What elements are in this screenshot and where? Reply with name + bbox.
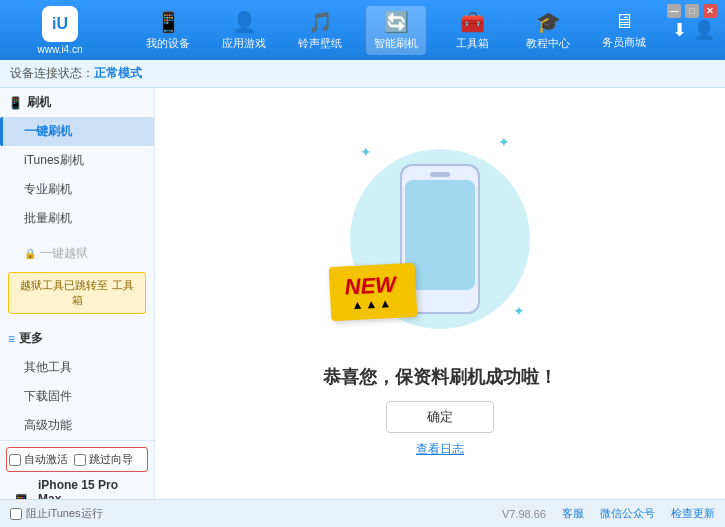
sidebar-jailbreak-disabled: 🔒 一键越狱 bbox=[0, 239, 154, 268]
phone-illustration: ✦ ✦ ✦ NEW ▲ ▲ ▲ bbox=[340, 129, 540, 349]
arrow-icon-1: ▲ bbox=[351, 298, 364, 313]
nav-tutorial-label: 教程中心 bbox=[526, 36, 570, 51]
nav-toolbox-label: 工具箱 bbox=[456, 36, 489, 51]
subheader-mode: 正常模式 bbox=[94, 65, 142, 82]
logo-sub: www.i4.cn bbox=[37, 44, 82, 55]
subheader: 设备连接状态： 正常模式 bbox=[0, 60, 725, 88]
device-name: iPhone 15 Pro Max bbox=[38, 478, 144, 499]
more-section-icon: ≡ bbox=[8, 332, 15, 346]
device-icon: 📱 bbox=[10, 493, 32, 499]
check-update-link[interactable]: 检查更新 bbox=[671, 506, 715, 521]
device-info: 📱 iPhone 15 Pro Max 512GB iPhone bbox=[6, 472, 148, 499]
nav-toolbox[interactable]: 🧰 工具箱 bbox=[442, 6, 502, 55]
auto-guide-input[interactable] bbox=[74, 454, 86, 466]
logo-icon: iU bbox=[42, 6, 78, 42]
nav-bar: 📱 我的设备 👤 应用游戏 🎵 铃声壁纸 🔄 智能刷机 🧰 工具箱 🎓 教程中心… bbox=[120, 0, 672, 60]
nav-business-label: 务员商城 bbox=[602, 35, 646, 50]
flash-section-icon: 📱 bbox=[8, 96, 23, 110]
phone-screen bbox=[405, 180, 475, 290]
sidebar-item-batch-flash[interactable]: 批量刷机 bbox=[0, 204, 154, 233]
auto-activate-input[interactable] bbox=[9, 454, 21, 466]
footer-left: 阻止iTunes运行 bbox=[10, 506, 103, 521]
nav-apps-games[interactable]: 👤 应用游戏 bbox=[214, 6, 274, 55]
maximize-button[interactable]: □ bbox=[685, 4, 699, 18]
sidebar-item-advanced[interactable]: 高级功能 bbox=[0, 411, 154, 440]
minimize-button[interactable]: — bbox=[667, 4, 681, 18]
ringtone-icon: 🎵 bbox=[308, 10, 333, 34]
sidebar-item-pro-flash[interactable]: 专业刷机 bbox=[0, 175, 154, 204]
smart-flash-icon: 🔄 bbox=[384, 10, 409, 34]
tutorial-icon: 🎓 bbox=[536, 10, 561, 34]
new-banner-arrows: ▲ ▲ ▲ bbox=[345, 296, 397, 313]
new-banner: NEW ▲ ▲ ▲ bbox=[329, 263, 418, 321]
header-right: ⬇ 👤 bbox=[672, 19, 725, 41]
download-button[interactable]: ⬇ bbox=[672, 19, 687, 41]
subheader-prefix: 设备连接状态： bbox=[10, 65, 94, 82]
auto-guide-checkbox[interactable]: 跳过向导 bbox=[74, 452, 133, 467]
phone-notch bbox=[430, 172, 450, 177]
version-label: V7.98.66 bbox=[502, 508, 546, 520]
arrow-icon-2: ▲ bbox=[365, 297, 378, 312]
sparkle-icon-1: ✦ bbox=[360, 144, 372, 160]
header: iU www.i4.cn 📱 我的设备 👤 应用游戏 🎵 铃声壁纸 🔄 智能刷机… bbox=[0, 0, 725, 60]
logo-area: iU www.i4.cn bbox=[0, 0, 120, 60]
nav-my-device-label: 我的设备 bbox=[146, 36, 190, 51]
nav-ringtone[interactable]: 🎵 铃声壁纸 bbox=[290, 6, 350, 55]
arrow-icon-3: ▲ bbox=[379, 296, 392, 311]
sidebar-bottom: 自动激活 跳过向导 📱 iPhone 15 Pro Max 512GB iPho… bbox=[0, 440, 154, 499]
close-button[interactable]: ✕ bbox=[703, 4, 717, 18]
success-message: 恭喜您，保资料刷机成功啦！ bbox=[323, 365, 557, 389]
footer: 阻止iTunes运行 V7.98.66 客服 微信公众号 检查更新 bbox=[0, 499, 725, 527]
sidebar: 📱 刷机 一键刷机 iTunes刷机 专业刷机 批量刷机 🔒 一键越狱 越狱工具… bbox=[0, 88, 155, 499]
confirm-button[interactable]: 确定 bbox=[386, 401, 494, 433]
stop-itunes-checkbox[interactable] bbox=[10, 508, 22, 520]
sidebar-item-other-tools[interactable]: 其他工具 bbox=[0, 353, 154, 382]
nav-my-device[interactable]: 📱 我的设备 bbox=[138, 6, 198, 55]
nav-smart-flash[interactable]: 🔄 智能刷机 bbox=[366, 6, 426, 55]
auto-actions-box: 自动激活 跳过向导 bbox=[6, 447, 148, 472]
device-details: iPhone 15 Pro Max 512GB iPhone bbox=[38, 478, 144, 499]
view-log-link[interactable]: 查看日志 bbox=[416, 441, 464, 458]
window-controls: — □ ✕ bbox=[667, 4, 717, 18]
nav-apps-label: 应用游戏 bbox=[222, 36, 266, 51]
main-layout: 📱 刷机 一键刷机 iTunes刷机 专业刷机 批量刷机 🔒 一键越狱 越狱工具… bbox=[0, 88, 725, 499]
sidebar-item-itunes-flash[interactable]: iTunes刷机 bbox=[0, 146, 154, 175]
lock-icon: 🔒 bbox=[24, 248, 36, 259]
flash-section-label: 刷机 bbox=[27, 94, 51, 111]
auto-activate-checkbox[interactable]: 自动激活 bbox=[9, 452, 68, 467]
footer-right: V7.98.66 客服 微信公众号 检查更新 bbox=[502, 506, 715, 521]
customer-service-link[interactable]: 客服 bbox=[562, 506, 584, 521]
nav-smart-flash-label: 智能刷机 bbox=[374, 36, 418, 51]
stop-itunes-label: 阻止iTunes运行 bbox=[26, 506, 103, 521]
nav-ringtone-label: 铃声壁纸 bbox=[298, 36, 342, 51]
toolbox-icon: 🧰 bbox=[460, 10, 485, 34]
sidebar-warning-box: 越狱工具已跳转至 工具箱 bbox=[8, 272, 146, 314]
nav-tutorial[interactable]: 🎓 教程中心 bbox=[518, 6, 578, 55]
content-area: ✦ ✦ ✦ NEW ▲ ▲ ▲ 恭喜您，保资料刷机成功啦！ 确定 查看日志 bbox=[155, 88, 725, 499]
sparkle-icon-2: ✦ bbox=[498, 134, 510, 150]
my-device-icon: 📱 bbox=[156, 10, 181, 34]
sidebar-item-one-key-flash[interactable]: 一键刷机 bbox=[0, 117, 154, 146]
nav-business[interactable]: 🖥 务员商城 bbox=[594, 6, 654, 54]
sidebar-flash-header: 📱 刷机 bbox=[0, 88, 154, 117]
wechat-link[interactable]: 微信公众号 bbox=[600, 506, 655, 521]
sidebar-more-header: ≡ 更多 bbox=[0, 324, 154, 353]
sidebar-item-download-firmware[interactable]: 下载固件 bbox=[0, 382, 154, 411]
apps-games-icon: 👤 bbox=[232, 10, 257, 34]
business-icon: 🖥 bbox=[614, 10, 634, 33]
user-button[interactable]: 👤 bbox=[693, 19, 715, 41]
sparkle-icon-3: ✦ bbox=[513, 303, 525, 319]
